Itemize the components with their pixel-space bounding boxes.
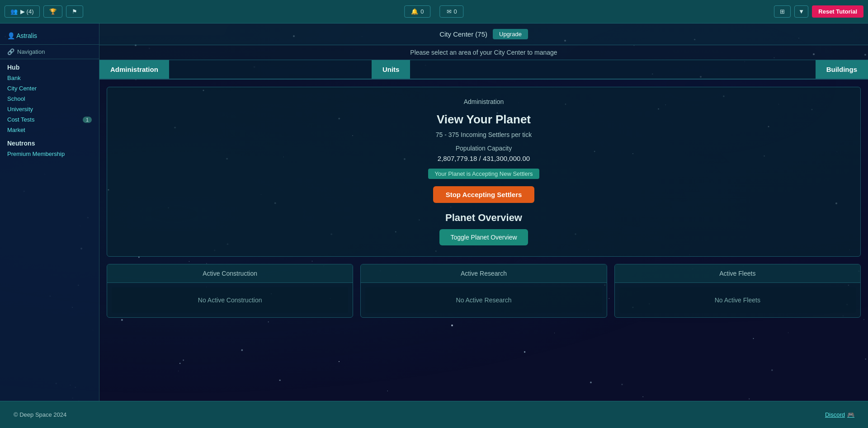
header-left: 👥 ▶ (4) 🏆 ⚑	[5, 5, 83, 18]
active-construction-header: Active Construction	[107, 264, 353, 283]
sidebar-item-cost-tests-row: Cost Tests 1	[0, 114, 99, 125]
active-research-body: No Active Research	[365, 287, 602, 313]
mail-button[interactable]: ✉ 0	[440, 5, 464, 18]
content-header: City Center (75) Upgrade	[99, 24, 868, 45]
toggle-planet-button[interactable]: Toggle Planet Overview	[439, 229, 528, 245]
grid-icon: ⊞	[780, 8, 785, 15]
neutrons-title: Neutrons	[0, 135, 99, 149]
header-center-icons: 🔔 0 ✉ 0	[404, 5, 463, 18]
link-icon: 🔗	[7, 48, 14, 55]
tab-administration[interactable]: Administration	[99, 60, 169, 79]
pop-capacity-value: 2,807,779.18 / 431,300,000.00	[116, 155, 851, 162]
reset-tutorial-button[interactable]: Reset Tutorial	[812, 5, 863, 18]
bell-count: 0	[420, 8, 424, 15]
players-count: ▶ (4)	[20, 8, 34, 15]
active-panels-row: Active Construction No Active Constructi…	[107, 264, 861, 318]
stop-settlers-button[interactable]: Stop Accepting Settlers	[433, 186, 535, 203]
tab-bar: Administration Units Buildings	[99, 60, 868, 80]
bell-icon: 🔔	[411, 8, 418, 15]
content-subtitle: Please select an area of your City Cente…	[99, 45, 868, 60]
hub-title: Hub	[0, 59, 99, 73]
players-button[interactable]: 👥 ▶ (4)	[5, 5, 40, 18]
mail-icon: ✉	[447, 8, 452, 15]
bell-button[interactable]: 🔔 0	[404, 5, 430, 18]
settlers-range: 75 - 375 Incoming Settlers per tick	[116, 131, 851, 138]
sidebar-item-market[interactable]: Market	[0, 125, 99, 135]
trophy-icon: 🏆	[49, 8, 57, 15]
admin-panel: Administration View Your Planet 75 - 375…	[107, 87, 861, 257]
main-layout: 👤 Astralis 🔗 Navigation Hub Bank City Ce…	[0, 24, 868, 401]
tab-units[interactable]: Units	[372, 60, 410, 79]
mail-count: 0	[454, 8, 457, 15]
sidebar-user: 👤 Astralis	[0, 28, 99, 45]
players-icon: 👥	[10, 8, 18, 15]
flag-icon: ⚑	[72, 8, 77, 15]
footer: © Deep Space 2024 Discord 🎮	[0, 401, 868, 428]
active-construction-panel: Active Construction No Active Constructi…	[107, 264, 353, 318]
flag-button[interactable]: ⚑	[66, 5, 83, 18]
dropdown-arrow-icon: ▼	[798, 8, 804, 15]
footer-discord-link[interactable]: Discord 🎮	[825, 411, 854, 418]
city-center-title: City Center (75)	[439, 30, 487, 38]
active-research-header: Active Research	[361, 264, 606, 283]
footer-copyright: © Deep Space 2024	[14, 411, 66, 418]
discord-icon: 🎮	[847, 411, 854, 418]
active-fleets-header: Active Fleets	[615, 264, 860, 283]
sidebar: 👤 Astralis 🔗 Navigation Hub Bank City Ce…	[0, 24, 99, 401]
user-link[interactable]: 👤 Astralis	[7, 32, 37, 39]
sidebar-nav-header: 🔗 Navigation	[0, 45, 99, 59]
admin-section-title: Administration	[116, 98, 851, 105]
upgrade-button[interactable]: Upgrade	[493, 29, 528, 39]
sidebar-item-premium[interactable]: Premium Membership	[0, 149, 99, 159]
tab-buildings[interactable]: Buildings	[816, 60, 868, 79]
dropdown-button[interactable]: ▼	[794, 5, 808, 18]
user-icon: 👤	[7, 32, 16, 39]
accepting-badge: Your Planet is Accepting New Settlers	[428, 169, 539, 179]
trophy-button[interactable]: 🏆	[43, 5, 62, 18]
header: 👥 ▶ (4) 🏆 ⚑ 🔔 0 ✉ 0 ⊞ ▼ Reset Tutorial	[0, 0, 868, 24]
sidebar-item-university[interactable]: University	[0, 104, 99, 114]
view-planet-title: View Your Planet	[116, 113, 851, 127]
active-research-panel: Active Research No Active Research	[360, 264, 607, 318]
grid-button[interactable]: ⊞	[774, 5, 791, 18]
sidebar-item-city-center[interactable]: City Center	[0, 83, 99, 94]
sidebar-item-school[interactable]: School	[0, 94, 99, 104]
pop-capacity-label: Population Capacity	[116, 145, 851, 152]
cost-tests-badge: 1	[83, 117, 92, 123]
sidebar-item-cost-tests[interactable]: Cost Tests	[7, 116, 34, 123]
navigation-label: Navigation	[17, 48, 45, 55]
active-fleets-panel: Active Fleets No Active Fleets	[614, 264, 861, 318]
active-fleets-body: No Active Fleets	[619, 287, 856, 313]
sidebar-item-bank[interactable]: Bank	[0, 73, 99, 83]
main-content: City Center (75) Upgrade Please select a…	[99, 24, 868, 401]
username: Astralis	[16, 32, 37, 39]
header-right: ⊞ ▼ Reset Tutorial	[774, 5, 863, 18]
active-construction-body: No Active Construction	[112, 287, 348, 313]
planet-overview-title: Planet Overview	[116, 212, 851, 224]
